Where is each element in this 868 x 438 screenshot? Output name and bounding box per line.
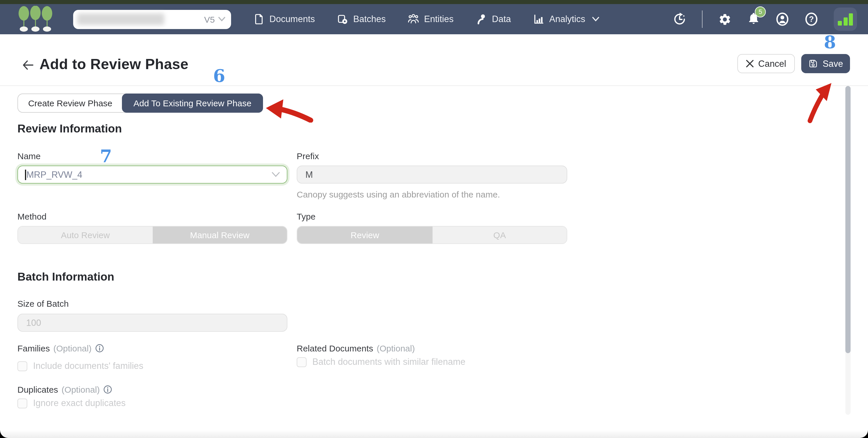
main-nav: Documents Batches <box>253 13 599 25</box>
annotation-step-8: 8 <box>824 32 836 52</box>
families-optional-label: (Optional) <box>54 343 92 353</box>
duplicates-optional-label: (Optional) <box>62 385 100 395</box>
include-families-checkbox[interactable] <box>18 361 27 371</box>
nav-label: Analytics <box>549 14 585 24</box>
ignore-duplicates-label: Ignore exact duplicates <box>33 398 126 408</box>
red-arrow-to-save <box>803 83 833 123</box>
prefix-helper-text: Canopy suggests using an abbreviation of… <box>297 189 500 199</box>
duplicates-checkbox-row: Ignore exact duplicates <box>18 398 126 408</box>
window-bottom-shadow <box>0 430 868 438</box>
batches-icon <box>337 13 349 25</box>
type-label: Type <box>297 211 315 221</box>
size-of-batch-input[interactable] <box>18 314 287 332</box>
tab-add-to-existing-review-phase[interactable]: Add To Existing Review Phase <box>122 93 263 113</box>
method-option-manual-review[interactable]: Manual Review <box>153 227 287 243</box>
browser-top-strip <box>0 0 868 4</box>
related-documents-label: Related Documents <box>297 343 373 353</box>
account-icon[interactable] <box>776 12 789 26</box>
bar-chart-icon <box>843 18 847 26</box>
type-option-qa[interactable]: QA <box>433 227 567 243</box>
prefix-label: Prefix <box>297 151 319 161</box>
related-documents-optional-label: (Optional) <box>376 343 415 353</box>
duplicates-label: Duplicates <box>18 385 58 395</box>
name-value: MRP_RVW_4 <box>26 169 82 180</box>
svg-text:?: ? <box>809 14 814 24</box>
scrollbar-track[interactable] <box>845 86 850 415</box>
version-dropdown[interactable]: V5 <box>204 14 225 24</box>
save-icon <box>808 59 818 68</box>
ignore-duplicates-checkbox[interactable] <box>18 398 27 408</box>
batch-similar-filename-checkbox[interactable] <box>297 357 307 367</box>
tab-create-review-phase[interactable]: Create Review Phase <box>18 94 123 112</box>
header-divider <box>0 85 868 86</box>
nav-label: Documents <box>270 14 315 24</box>
nav-item-data[interactable]: Data <box>476 13 511 25</box>
size-of-batch-label: Size of Batch <box>18 299 69 309</box>
families-checkbox-row: Include documents' families <box>18 361 144 371</box>
dropdown-chevron-icon <box>272 172 280 177</box>
method-toggle: Auto Review Manual Review <box>18 226 287 244</box>
include-families-label: Include documents' families <box>33 361 144 371</box>
batch-similar-filename-label: Batch documents with similar filename <box>312 357 465 367</box>
save-label: Save <box>823 58 843 69</box>
notification-badge: 5 <box>755 6 766 17</box>
scrollbar-thumb[interactable] <box>845 86 850 353</box>
prefix-input[interactable] <box>297 166 567 183</box>
type-toggle: Review QA <box>297 226 567 244</box>
duplicates-label-row: Duplicates (Optional) <box>18 385 112 395</box>
nav-label: Data <box>492 14 511 24</box>
insights-button[interactable] <box>834 7 857 31</box>
related-documents-label-row: Related Documents (Optional) <box>297 343 415 353</box>
app-window: V5 Documents <box>0 0 868 438</box>
help-icon[interactable]: ? <box>805 12 818 26</box>
data-icon <box>476 13 488 25</box>
nav-label: Entities <box>424 14 454 24</box>
analytics-icon <box>533 13 545 25</box>
nav-item-batches[interactable]: Batches <box>337 13 386 25</box>
version-label: V5 <box>204 14 215 24</box>
method-option-auto-review[interactable]: Auto Review <box>18 227 153 243</box>
method-label: Method <box>18 211 46 221</box>
cancel-label: Cancel <box>758 58 786 69</box>
type-option-review[interactable]: Review <box>297 227 433 243</box>
nav-item-entities[interactable]: Entities <box>408 13 454 25</box>
close-icon <box>746 60 754 67</box>
canopy-logo[interactable] <box>18 6 54 32</box>
annotation-step-7: 7 <box>100 146 112 166</box>
entities-icon <box>408 13 420 25</box>
gear-icon[interactable] <box>718 12 732 26</box>
top-navbar: V5 Documents <box>0 4 868 34</box>
families-label-row: Families (Optional) <box>18 343 104 353</box>
screen: V5 Documents <box>0 0 868 438</box>
batch-information-heading: Batch Information <box>18 270 114 284</box>
review-phase-tabs: Create Review Phase Add To Existing Revi… <box>18 93 263 113</box>
name-select[interactable]: MRP_RVW_4 <box>18 166 287 183</box>
chevron-down-icon <box>218 17 225 22</box>
name-label: Name <box>18 151 41 161</box>
review-information-heading: Review Information <box>18 122 122 135</box>
families-label: Families <box>18 343 50 353</box>
notifications-button[interactable]: 5 <box>747 11 760 27</box>
cancel-button[interactable]: Cancel <box>737 54 795 73</box>
page-title: Add to Review Phase <box>39 56 188 72</box>
bar-chart-icon <box>849 13 853 26</box>
nav-label: Batches <box>353 14 386 24</box>
workspace-search-input[interactable]: V5 <box>73 9 231 29</box>
navbar-right-cluster: 5 ? <box>673 7 857 31</box>
save-button[interactable]: Save <box>801 54 850 73</box>
annotation-step-6: 6 <box>213 66 225 86</box>
document-icon <box>253 13 265 25</box>
nav-item-analytics[interactable]: Analytics <box>533 13 599 25</box>
info-icon[interactable] <box>103 385 112 394</box>
canopy-trees-icon <box>18 6 54 32</box>
navbar-divider <box>702 10 703 28</box>
related-documents-checkbox-row: Batch documents with similar filename <box>297 357 465 367</box>
nav-item-documents[interactable]: Documents <box>253 13 315 25</box>
red-arrow-to-tab <box>265 98 314 123</box>
bar-chart-icon <box>838 21 842 26</box>
back-arrow-icon[interactable] <box>21 58 35 72</box>
history-icon[interactable] <box>673 12 686 26</box>
text-cursor <box>25 169 26 180</box>
info-icon[interactable] <box>95 344 104 353</box>
chevron-down-icon <box>592 17 599 22</box>
